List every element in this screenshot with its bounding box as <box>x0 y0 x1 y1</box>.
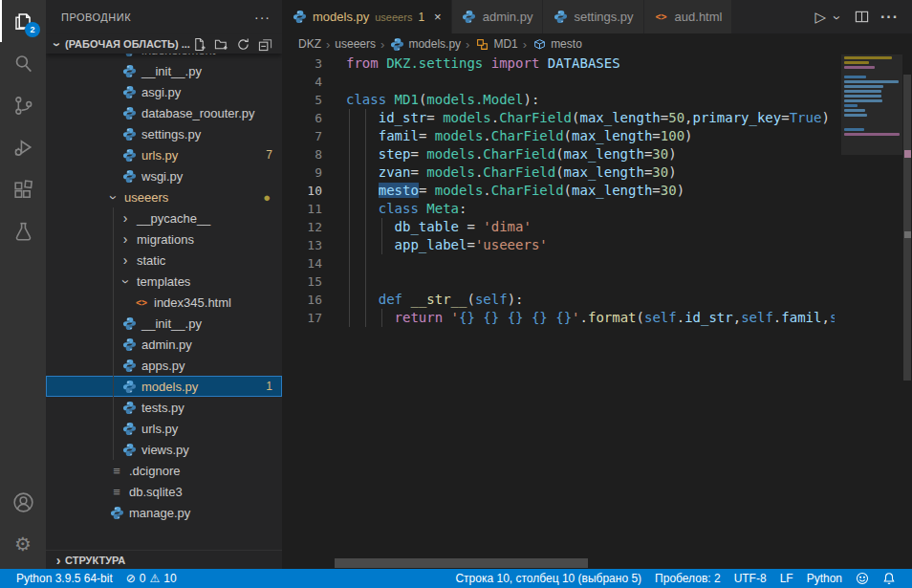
code-line-9[interactable]: 9 zvan= models.CharField(max_length=30) <box>282 163 835 182</box>
indent-guide <box>349 309 350 327</box>
vertical-scrollbar-slider[interactable] <box>903 75 911 381</box>
tree-item-models.py[interactable]: models.py1 <box>46 376 282 397</box>
tree-item-label: views.py <box>141 443 189 457</box>
new-folder-icon[interactable] <box>214 37 228 52</box>
tree-item-admin.py[interactable]: admin.py <box>46 334 282 355</box>
indentation-item[interactable]: Пробелов: 2 <box>648 569 727 588</box>
more-actions-icon[interactable]: ··· <box>880 9 899 26</box>
tree-item-db.sqlite3[interactable]: ≡db.sqlite3 <box>46 481 282 502</box>
code-line-8[interactable]: 8 step= models.CharField(max_length=30) <box>282 145 835 163</box>
breadcrumb-item-DKZ[interactable]: DKZ <box>298 37 321 51</box>
close-icon[interactable]: × <box>434 10 442 24</box>
tree-item-views.py[interactable]: views.py <box>46 439 282 460</box>
breadcrumb-item-mesto[interactable]: mesto <box>532 36 582 52</box>
line-text: class Meta: <box>346 200 835 218</box>
indent-guide <box>365 163 366 182</box>
breadcrumb-item-models.py[interactable]: models.py <box>389 36 461 52</box>
tree-item-label: indexelement <box>141 54 215 57</box>
tree-item-label: admin.py <box>141 338 192 352</box>
code-line-3[interactable]: 3from DKZ.settings import DATABASES <box>282 54 835 73</box>
minimap-line <box>844 66 875 69</box>
code-line-13[interactable]: 13 app_label='useeers' <box>282 236 835 254</box>
breadcrumb-item-MD1[interactable]: MD1 <box>474 36 517 52</box>
status-bar: Python 3.9.5 64-bit ⊘ 0 ⚠ 10 Строка 10, … <box>0 569 912 588</box>
explorer-icon[interactable]: 2 <box>0 0 46 42</box>
code-line-12[interactable]: 12 db_table = 'dima' <box>282 218 835 236</box>
indent-guide <box>381 218 382 236</box>
tree-item-apps.py[interactable]: apps.py <box>46 355 282 376</box>
tree-item-urls.py[interactable]: urls.py <box>46 418 282 439</box>
tab-models.py[interactable]: models.pyuseeers1× <box>282 0 452 33</box>
outline-section-header[interactable]: › СТРУКТУРА <box>46 550 282 569</box>
language-mode-item[interactable]: Python <box>800 569 849 588</box>
tree-item-useeers[interactable]: ›useeers● <box>46 186 282 207</box>
tree-item-settings.py[interactable]: settings.py <box>46 123 282 144</box>
code-line-17[interactable]: 17 return '{} {} {} {} {}'.format(self.i… <box>282 309 835 327</box>
run-python-file-icon[interactable]: ▷ <box>814 9 826 26</box>
breadcrumb-item-useeers[interactable]: useeers <box>335 37 376 51</box>
python-icon <box>121 442 137 457</box>
tree-item-asgi.py[interactable]: asgi.py <box>46 81 282 102</box>
sidebar-more-actions-icon[interactable]: ··· <box>254 10 271 25</box>
eol-item[interactable]: LF <box>773 569 800 588</box>
code-line-10[interactable]: 10 mesto= models.CharField(max_length=30… <box>282 182 835 200</box>
tree-item-tests.py[interactable]: tests.py <box>46 397 282 418</box>
tree-item-__pycache__[interactable]: ›__pycache__ <box>46 207 282 229</box>
tree-item-.dcignore[interactable]: ≡.dcignore <box>46 460 282 481</box>
new-file-icon[interactable] <box>192 37 206 52</box>
python-interpreter-item[interactable]: Python 3.9.5 64-bit <box>10 569 119 588</box>
code-line-15[interactable]: 15 <box>282 272 835 291</box>
accounts-icon[interactable] <box>0 481 46 523</box>
tree-item-database_roouter.py[interactable]: database_roouter.py <box>46 102 282 123</box>
extensions-icon[interactable] <box>0 168 46 210</box>
tree-item-migrations[interactable]: ›migrations <box>46 229 282 250</box>
testing-icon[interactable] <box>0 210 46 252</box>
tree-item-wsgi.py[interactable]: wsgi.py <box>46 165 282 186</box>
notifications-bell-icon[interactable] <box>876 569 902 588</box>
tree-item-urls.py[interactable]: urls.py7 <box>46 144 282 165</box>
tree-item-index345.html[interactable]: <>index345.html <box>46 292 282 313</box>
run-and-debug-icon[interactable] <box>0 126 46 168</box>
run-dropdown-chevron-icon[interactable]: › <box>831 11 844 24</box>
code-line-5[interactable]: 5class MD1(models.Model): <box>282 91 835 109</box>
tree-item-manage.py[interactable]: manage.py <box>46 502 282 523</box>
python-icon <box>121 54 137 57</box>
cursor-position-item[interactable]: Строка 10, столбец 10 (выбрано 5) <box>448 569 648 588</box>
code-line-11[interactable]: 11 class Meta: <box>282 200 835 218</box>
tree-item-static[interactable]: ›static <box>46 250 282 271</box>
overview-mark <box>904 231 911 238</box>
code-line-16[interactable]: 16 def __str__(self): <box>282 291 835 309</box>
encoding-item[interactable]: UTF-8 <box>727 569 773 588</box>
minimap-line <box>844 85 883 88</box>
code-line-6[interactable]: 6 id_str= models.CharField(max_length=50… <box>282 109 835 127</box>
split-editor-icon[interactable] <box>855 10 869 24</box>
code-line-7[interactable]: 7 famil= models.CharField(max_length=100… <box>282 127 835 145</box>
tree-item-label: templates <box>137 274 190 289</box>
tree-item-indexelement[interactable]: indexelement <box>46 54 282 60</box>
tree-item-templates[interactable]: ›templates <box>46 271 282 292</box>
tab-admin.py[interactable]: admin.py <box>452 0 544 33</box>
tab-description: useeers <box>375 11 412 23</box>
horizontal-scrollbar-slider[interactable] <box>335 558 588 568</box>
vertical-scrollbar[interactable] <box>902 54 912 569</box>
code-line-14[interactable]: 14 <box>282 254 835 272</box>
code-area[interactable]: 3from DKZ.settings import DATABASES45cla… <box>282 54 835 569</box>
settings-gear-icon[interactable]: ⚙ <box>0 523 46 565</box>
code-editor[interactable]: 3from DKZ.settings import DATABASES45cla… <box>282 54 912 569</box>
minimap[interactable] <box>841 54 902 569</box>
feedback-smiley-icon[interactable] <box>849 569 876 588</box>
code-line-4[interactable]: 4 <box>282 73 835 91</box>
problems-item[interactable]: ⊘ 0 ⚠ 10 <box>119 569 184 588</box>
tree-item-__init__.py[interactable]: __init__.py <box>46 60 282 81</box>
indent-guide <box>365 145 366 163</box>
minimap-line <box>844 80 899 83</box>
tab-aud.html[interactable]: <>aud.html <box>644 0 733 33</box>
tab-settings.py[interactable]: settings.py <box>543 0 643 33</box>
search-icon[interactable] <box>0 42 46 84</box>
tree-item-__init__.py[interactable]: __init__.py <box>46 313 282 334</box>
refresh-icon[interactable] <box>236 37 250 52</box>
workspace-section-header[interactable]: › (РАБОЧАЯ ОБЛАСТЬ) ... <box>46 34 282 54</box>
collapse-all-icon[interactable] <box>258 37 272 52</box>
tree-item-label: .dcignore <box>129 464 180 478</box>
source-control-icon[interactable] <box>0 84 46 126</box>
